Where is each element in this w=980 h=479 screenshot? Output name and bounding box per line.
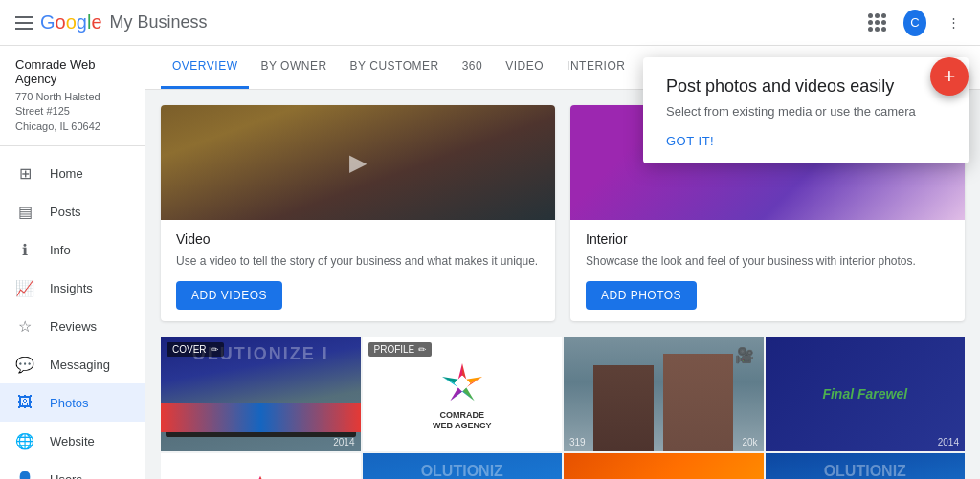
photo-year-2: 2014	[535, 437, 556, 447]
svg-marker-12	[454, 376, 470, 392]
insights-icon: 📈	[15, 278, 34, 297]
sidebar: Comrade Web Agency 770 North Halsted Str…	[0, 46, 145, 479]
photo-building[interactable]: 🎥 319 20k	[564, 337, 764, 451]
photo-grid: OLUTIONIZE I COVER ✏ 2014	[161, 337, 965, 479]
sidebar-item-insights[interactable]: 📈 Insights	[0, 269, 145, 307]
sidebar-label-website: Website	[50, 434, 95, 448]
comrade-large-star	[227, 468, 294, 479]
business-name: Comrade Web Agency	[0, 46, 145, 90]
info-icon: ℹ	[15, 240, 34, 259]
cover-badge-text: COVER	[172, 344, 207, 355]
popup-title: Post photos and videos easily	[666, 76, 946, 97]
google-wordmark: Google	[40, 11, 102, 33]
photo-building-bg: 🎥	[564, 337, 764, 451]
sidebar-item-website[interactable]: 🌐 Website	[0, 422, 145, 460]
sidebar-divider-top	[0, 145, 145, 146]
sidebar-item-photos[interactable]: 🖼 Photos	[0, 383, 145, 422]
photo-comrade-large-bg: COMRADEWEB AGENCY	[161, 453, 361, 479]
upload-card-video: Video Use a video to tell the story of y…	[161, 105, 555, 321]
website-icon: 🌐	[15, 431, 34, 450]
tab-360[interactable]: 360	[451, 46, 495, 89]
sidebar-item-posts[interactable]: ▤ Posts	[0, 192, 145, 230]
video-thumbnail	[161, 105, 555, 220]
hamburger-icon[interactable]	[15, 16, 33, 30]
grid-apps-icon[interactable]	[865, 11, 888, 34]
home-icon: ⊞	[15, 163, 34, 183]
topbar-right: C ⋮	[865, 11, 965, 34]
sidebar-label-reviews: Reviews	[50, 319, 97, 334]
photo-year-4: 2014	[938, 437, 959, 447]
interior-card-title: Interior	[586, 231, 949, 247]
add-photos-button[interactable]: ADD PHOTOS	[586, 281, 697, 310]
sidebar-label-users: Users	[50, 472, 82, 479]
sidebar-item-users[interactable]: 👤 Users	[0, 460, 145, 479]
sidebar-label-info: Info	[50, 243, 71, 257]
google-logo: Google My Business	[40, 11, 208, 33]
photo-orange-bg: COMWEB	[564, 453, 764, 479]
photo-train3-bg: OLUTIONIZ	[766, 453, 966, 479]
user-avatar[interactable]: C	[903, 10, 926, 36]
photo-farewell[interactable]: Final Farewel 2014	[766, 337, 966, 451]
tab-overview[interactable]: OVERVIEW	[161, 46, 249, 89]
photo-year-3: 20k	[742, 437, 757, 447]
users-icon: 👤	[15, 469, 34, 479]
fab-add-button[interactable]: +	[930, 57, 969, 96]
photo-comrade-large[interactable]: COMRADEWEB AGENCY 2014	[161, 453, 361, 479]
photo-views-3: 319	[569, 437, 586, 447]
sidebar-label-home: Home	[50, 166, 83, 181]
video-thumb-bg	[161, 105, 555, 220]
photo-year-1: 2014	[333, 437, 354, 447]
business-address: 770 North Halsted Street #125Chicago, IL…	[0, 90, 145, 138]
messaging-icon: 💬	[15, 355, 34, 374]
tab-by-customer[interactable]: BY CUSTOMER	[339, 46, 451, 89]
photo-train2-bg: OLUTIONIZ	[363, 453, 563, 479]
photo-com-web[interactable]: COMWEB 2015	[564, 453, 764, 479]
photo-cover-train[interactable]: OLUTIONIZE I COVER ✏ 2014	[161, 337, 361, 451]
sidebar-item-reviews[interactable]: ☆ Reviews	[0, 307, 145, 345]
farewell-text: Final Farewel	[822, 386, 907, 402]
popup-subtitle: Select from existing media or use the ca…	[666, 104, 946, 119]
add-videos-button[interactable]: ADD VIDEOS	[176, 281, 282, 310]
video-card-desc: Use a video to tell the story of your bu…	[176, 252, 540, 270]
post-photos-popup: Post photos and videos easily Select fro…	[643, 57, 969, 163]
photo-farewell-bg: Final Farewel	[766, 337, 966, 451]
profile-badge-text: PROFILE	[374, 344, 415, 355]
sidebar-label-messaging: Messaging	[50, 358, 110, 372]
sidebar-label-posts: Posts	[50, 205, 81, 219]
topbar-left: Google My Business	[15, 11, 208, 33]
my-business-label: My Business	[110, 12, 208, 33]
photo-profile-logo[interactable]: COMRADEWEB AGENCY PROFILE ✏ 2014	[363, 337, 563, 451]
posts-icon: ▤	[15, 202, 34, 221]
profile-edit-icon: ✏	[418, 344, 426, 355]
reviews-icon: ☆	[15, 316, 34, 336]
more-options-icon[interactable]: ⋮	[942, 11, 965, 34]
got-it-button[interactable]: GOT IT!	[666, 134, 946, 148]
sidebar-item-info[interactable]: ℹ Info	[0, 230, 145, 269]
sidebar-item-home[interactable]: ⊞ Home	[0, 154, 145, 192]
profile-badge: PROFILE ✏	[368, 342, 433, 357]
topbar: Google My Business C ⋮	[0, 0, 980, 46]
cover-badge: COVER ✏	[167, 342, 224, 357]
video-card-body: Video Use a video to tell the story of y…	[161, 220, 555, 321]
sidebar-item-messaging[interactable]: 💬 Messaging	[0, 345, 145, 383]
photos-icon: 🖼	[15, 393, 34, 412]
comrade-star-svg	[435, 357, 489, 410]
tab-by-owner[interactable]: BY OWNER	[249, 46, 338, 89]
interior-card-body: Interior Showcase the look and feel of y…	[570, 220, 965, 321]
sidebar-label-photos: Photos	[50, 396, 88, 410]
account-icon[interactable]: C	[903, 11, 926, 34]
video-card-title: Video	[176, 231, 540, 247]
interior-card-desc: Showcase the look and feel of your busin…	[586, 252, 949, 270]
photo-train2[interactable]: OLUTIONIZ 2015	[363, 453, 563, 479]
tab-interior[interactable]: INTERIOR	[555, 46, 636, 89]
edit-icon: ✏	[211, 344, 218, 355]
photo-train3[interactable]: OLUTIONIZ 2014	[766, 453, 966, 479]
sidebar-label-insights: Insights	[50, 281, 93, 295]
tab-video[interactable]: VIDEO	[494, 46, 555, 89]
